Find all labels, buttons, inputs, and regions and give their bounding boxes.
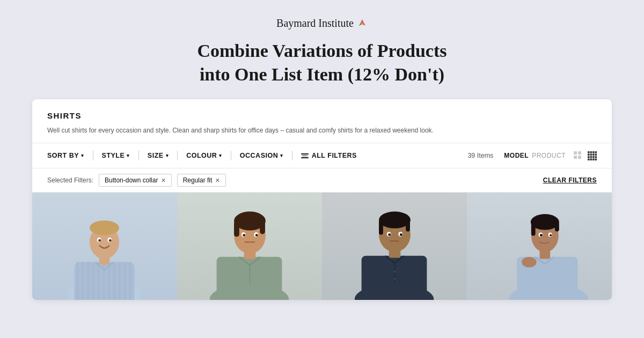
product-image-2 xyxy=(177,193,322,300)
svg-rect-6 xyxy=(592,151,595,153)
svg-rect-62 xyxy=(406,220,410,232)
filter-lines-icon xyxy=(301,153,309,158)
clear-filters-button[interactable]: CLEAR FILTERS xyxy=(543,177,597,184)
view-toggle: MODEL PRODUCT xyxy=(504,151,597,160)
svg-point-69 xyxy=(394,271,396,273)
page-header: Baymard Institute Combine Variations of … xyxy=(0,0,644,99)
view-grid-icons xyxy=(573,151,597,160)
svg-rect-19 xyxy=(595,159,597,161)
svg-rect-5 xyxy=(590,151,592,153)
product-item-2[interactable] xyxy=(177,193,322,300)
size-button[interactable]: SIZE ▾ xyxy=(142,150,174,161)
svg-rect-16 xyxy=(588,159,590,161)
svg-rect-78 xyxy=(555,222,559,232)
panel-title: SHIRTS xyxy=(47,111,597,120)
svg-rect-15 xyxy=(595,156,597,158)
svg-rect-1 xyxy=(578,151,581,155)
logo-text: Baymard Institute xyxy=(276,17,354,30)
svg-rect-61 xyxy=(379,220,383,234)
svg-rect-23 xyxy=(77,262,78,300)
svg-rect-4 xyxy=(588,151,590,153)
svg-point-70 xyxy=(394,278,396,280)
svg-point-36 xyxy=(90,221,119,235)
svg-point-40 xyxy=(109,239,112,242)
product-grid xyxy=(32,193,612,300)
occasion-button[interactable]: OCCASION ▾ xyxy=(235,150,289,161)
filter-bar: SORT BY ▾ STYLE ▾ SIZE ▾ COLOUR ▾ OCCASI… xyxy=(32,143,612,168)
svg-rect-28 xyxy=(104,262,105,300)
baymard-logo-icon xyxy=(357,18,368,29)
product-image-3 xyxy=(322,193,467,300)
svg-rect-12 xyxy=(588,156,590,158)
view-model-label[interactable]: MODEL xyxy=(504,152,529,159)
svg-rect-13 xyxy=(590,156,592,158)
remove-filter-tag-2-icon[interactable]: × xyxy=(215,177,219,184)
svg-rect-33 xyxy=(130,262,131,300)
svg-rect-29 xyxy=(108,262,109,300)
svg-rect-25 xyxy=(87,262,89,300)
svg-rect-2 xyxy=(574,156,577,159)
svg-rect-47 xyxy=(234,221,239,237)
svg-rect-10 xyxy=(592,154,595,156)
filter-divider-5 xyxy=(292,151,292,160)
all-filters-button[interactable]: ALL FILTERS xyxy=(296,150,362,161)
svg-point-81 xyxy=(540,234,543,237)
logo-area: Baymard Institute xyxy=(276,17,368,30)
style-chevron-icon: ▾ xyxy=(127,153,130,158)
svg-rect-26 xyxy=(93,262,94,300)
svg-rect-7 xyxy=(595,151,597,153)
page-title: Combine Variations of Products into One … xyxy=(197,39,447,86)
svg-rect-77 xyxy=(531,222,536,236)
svg-rect-43 xyxy=(217,257,282,300)
svg-rect-31 xyxy=(119,262,120,300)
filter-divider-4 xyxy=(231,151,231,160)
product-item-4[interactable] xyxy=(467,193,612,300)
filter-divider-3 xyxy=(177,151,178,160)
filter-divider-1 xyxy=(93,151,93,160)
product-image-1 xyxy=(32,193,177,300)
svg-rect-3 xyxy=(578,156,581,159)
panel-header: SHIRTS Well cut shirts for every occasio… xyxy=(32,99,612,143)
colour-chevron-icon: ▾ xyxy=(219,153,222,158)
svg-rect-9 xyxy=(590,154,592,156)
svg-rect-24 xyxy=(82,262,83,300)
svg-rect-18 xyxy=(592,159,595,161)
filter-tag-button-down[interactable]: Button-down collar × xyxy=(99,174,172,187)
svg-point-83 xyxy=(550,234,552,237)
svg-rect-32 xyxy=(125,262,126,300)
svg-rect-30 xyxy=(114,262,115,300)
panel-description: Well cut shirts for every occasion and s… xyxy=(47,126,597,135)
svg-rect-11 xyxy=(595,154,597,156)
items-count: 39 Items xyxy=(467,152,493,159)
product-image-4 xyxy=(467,193,612,300)
sort-by-chevron-icon: ▾ xyxy=(81,153,84,158)
svg-point-60 xyxy=(379,212,411,229)
svg-rect-27 xyxy=(98,262,99,300)
remove-filter-tag-1-icon[interactable]: × xyxy=(161,177,165,184)
size-chevron-icon: ▾ xyxy=(166,153,169,158)
svg-rect-17 xyxy=(590,159,592,161)
filter-divider-2 xyxy=(138,151,139,160)
product-item-3[interactable] xyxy=(322,193,467,300)
svg-rect-14 xyxy=(592,156,595,158)
colour-button[interactable]: COLOUR ▾ xyxy=(181,150,228,161)
svg-rect-48 xyxy=(260,221,265,234)
filter-tag-regular-fit[interactable]: Regular fit × xyxy=(177,174,226,187)
grid-2col-icon[interactable] xyxy=(573,151,583,160)
svg-rect-8 xyxy=(588,154,590,156)
selected-filters-label: Selected Filters: xyxy=(47,177,93,184)
svg-point-51 xyxy=(243,234,245,237)
sort-by-button[interactable]: SORT BY ▾ xyxy=(47,150,90,161)
svg-point-39 xyxy=(98,239,101,242)
grid-4col-icon[interactable] xyxy=(587,151,597,160)
svg-point-65 xyxy=(388,233,391,236)
svg-point-79 xyxy=(522,257,536,268)
selected-filters-bar: Selected Filters: Button-down collar × R… xyxy=(32,168,612,193)
svg-point-66 xyxy=(400,233,402,236)
product-item-1[interactable] xyxy=(32,193,177,300)
style-button[interactable]: STYLE ▾ xyxy=(97,150,135,161)
product-panel: SHIRTS Well cut shirts for every occasio… xyxy=(32,99,612,300)
svg-rect-0 xyxy=(574,151,577,155)
view-product-label[interactable]: PRODUCT xyxy=(532,152,566,159)
svg-point-52 xyxy=(255,234,258,237)
